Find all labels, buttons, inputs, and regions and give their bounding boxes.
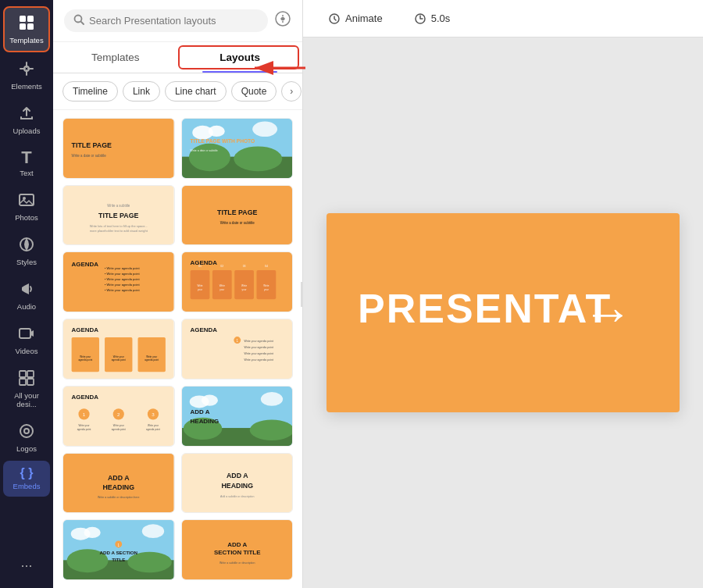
svg-text:AGENDA: AGENDA: [190, 326, 217, 333]
tab-templates[interactable]: Templates: [53, 42, 178, 73]
svg-text:• Write your agenda point: • Write your agenda point: [105, 283, 140, 287]
svg-text:more placeholder text to add v: more placeholder text to add visual weig…: [90, 229, 148, 233]
sidebar: Templates Elements Uploads T Text: [0, 0, 53, 588]
layout-card-heading-nature[interactable]: ADD A HEADING: [181, 386, 294, 447]
duration-button[interactable]: 5.0s: [405, 8, 460, 30]
svg-text:03: 03: [242, 265, 245, 269]
canvas-area: Animate 5.0s PRESENTAT →: [303, 0, 703, 588]
magic-icon[interactable]: [274, 10, 291, 31]
svg-rect-0: [20, 16, 26, 22]
svg-text:agenda point: agenda point: [78, 358, 92, 362]
search-bar: [53, 0, 302, 42]
svg-text:• Write your agenda point: • Write your agenda point: [105, 278, 140, 282]
layout-card-title-page-photo[interactable]: TITLE PAGE WITH PHOTO Write a date or su…: [181, 118, 294, 179]
sidebar-item-text[interactable]: T Text: [3, 143, 50, 184]
sidebar-item-templates[interactable]: Templates: [3, 6, 50, 52]
sidebar-item-logos-label: Logos: [16, 444, 37, 453]
uploads-icon: [18, 105, 35, 124]
svg-text:Write your: Write your: [80, 355, 91, 358]
sidebar-item-styles[interactable]: Styles: [3, 230, 50, 273]
sidebar-item-photos[interactable]: Photos: [3, 185, 50, 228]
svg-text:agenda point: agenda point: [112, 428, 126, 431]
layout-card-section-nature[interactable]: 1 ADD A SECTION TITLE: [62, 519, 175, 580]
svg-text:Write your: Write your: [113, 424, 124, 427]
sidebar-item-videos[interactable]: Videos: [3, 319, 50, 362]
svg-rect-10: [27, 371, 34, 377]
chip-link[interactable]: Link: [123, 81, 160, 102]
svg-point-99: [201, 394, 217, 405]
layout-card-title-page-3[interactable]: TITLE PAGE Write a date or subtitle: [181, 185, 294, 246]
svg-text:Write your agenda point: Write your agenda point: [244, 352, 273, 355]
alldesigns-icon: [18, 369, 35, 389]
layout-card-agenda-5[interactable]: AGENDA 1 2 3 Write your agenda point Wri…: [62, 386, 175, 447]
svg-text:02: 02: [220, 265, 223, 269]
chip-quote[interactable]: Quote: [231, 81, 277, 102]
photos-icon: [18, 191, 35, 211]
svg-text:your: your: [219, 288, 224, 291]
templates-icon: [18, 14, 35, 34]
sidebar-item-embeds-label: Embeds: [13, 482, 41, 490]
sidebar-item-uploads-label: Uploads: [13, 127, 41, 135]
svg-point-27: [188, 144, 230, 171]
tab-layouts[interactable]: Layouts: [178, 42, 303, 73]
more-options-button[interactable]: ···: [20, 558, 32, 582]
search-input[interactable]: [89, 15, 259, 27]
svg-text:HEADING: HEADING: [190, 418, 219, 425]
svg-text:Write your: Write your: [79, 424, 90, 427]
filter-chips: Timeline Link Line chart Quote ›: [53, 73, 302, 110]
sidebar-item-styles-label: Styles: [16, 258, 37, 266]
svg-point-117: [142, 525, 164, 539]
svg-text:Write a subtitle: Write a subtitle: [107, 203, 130, 207]
canvas-topbar: Animate 5.0s: [303, 0, 703, 37]
svg-rect-2: [20, 23, 26, 30]
svg-text:Write a date or subtitle: Write a date or subtitle: [190, 149, 217, 152]
svg-text:Write a date or subtitle: Write a date or subtitle: [72, 154, 107, 158]
svg-text:SECTION TITLE: SECTION TITLE: [213, 550, 260, 557]
layout-card-title-page-2[interactable]: Write a subtitle TITLE PAGE Write lots o…: [62, 185, 175, 246]
slide-preview-title: PRESENTAT: [358, 285, 612, 332]
layout-card-section-orange[interactable]: ADD A SECTION TITLE Write a subtitle or …: [181, 519, 294, 580]
svg-text:• Write your agenda point: • Write your agenda point: [105, 267, 140, 271]
sidebar-item-uploads[interactable]: Uploads: [3, 98, 50, 141]
sidebar-item-audio[interactable]: Audio: [3, 274, 50, 317]
svg-text:ADD A: ADD A: [108, 473, 130, 481]
chip-scroll-arrow[interactable]: ›: [281, 81, 302, 102]
styles-icon: [18, 236, 35, 255]
layout-card-title-page-1[interactable]: TITLE PAGE Write a date or subtitle: [62, 118, 175, 179]
svg-text:Write: Write: [219, 285, 224, 288]
sidebar-item-embeds[interactable]: { } Embeds: [3, 461, 50, 497]
layout-card-agenda-4[interactable]: AGENDA 1 Write your agenda point Write y…: [181, 319, 294, 380]
svg-text:agenda point: agenda point: [112, 358, 126, 362]
animate-button[interactable]: Animate: [319, 8, 392, 30]
svg-text:TITLE: TITLE: [112, 557, 125, 562]
layout-card-agenda-1[interactable]: AGENDA • Write your agenda point • Write…: [62, 251, 175, 312]
svg-text:01: 01: [198, 265, 202, 269]
text-icon: T: [21, 149, 31, 166]
layout-card-agenda-2[interactable]: AGENDA 01 02 03 04 Write your Write your…: [181, 251, 294, 312]
svg-text:AGENDA: AGENDA: [72, 326, 99, 333]
animate-label: Animate: [345, 12, 383, 24]
svg-text:Write your agenda point: Write your agenda point: [244, 340, 273, 343]
panel-tabs: Templates Layouts: [53, 42, 302, 73]
sidebar-item-videos-label: Videos: [16, 347, 38, 355]
svg-text:TITLE PAGE: TITLE PAGE: [72, 141, 112, 149]
svg-text:agenda point: agenda point: [146, 428, 160, 431]
slide-preview[interactable]: PRESENTAT →: [327, 213, 680, 412]
svg-text:HEADING: HEADING: [221, 482, 253, 490]
svg-point-24: [208, 126, 224, 137]
sidebar-item-elements-label: Elements: [11, 82, 42, 91]
layout-card-heading-orange[interactable]: ADD A HEADING Write a subtitle or descri…: [62, 453, 175, 514]
chip-timeline[interactable]: Timeline: [62, 81, 118, 102]
svg-text:Write your: Write your: [113, 355, 124, 358]
layout-card-agenda-3[interactable]: AGENDA Write your agenda point Write you…: [62, 319, 175, 380]
svg-point-15: [75, 16, 82, 23]
search-input-wrap[interactable]: [64, 9, 268, 32]
sidebar-item-logos[interactable]: Logos: [3, 416, 50, 459]
layout-card-heading-orange-2[interactable]: ADD A HEADING Add a subtitle or descript…: [181, 453, 294, 514]
chip-linechart[interactable]: Line chart: [165, 81, 227, 102]
svg-text:AGENDA: AGENDA: [72, 261, 99, 268]
sidebar-item-elements[interactable]: Elements: [3, 54, 50, 97]
sidebar-item-alldesigns[interactable]: All your desi...: [3, 363, 50, 415]
svg-text:Write a date or subtitle: Write a date or subtitle: [219, 220, 255, 224]
collapse-handle[interactable]: ‹: [301, 282, 303, 307]
